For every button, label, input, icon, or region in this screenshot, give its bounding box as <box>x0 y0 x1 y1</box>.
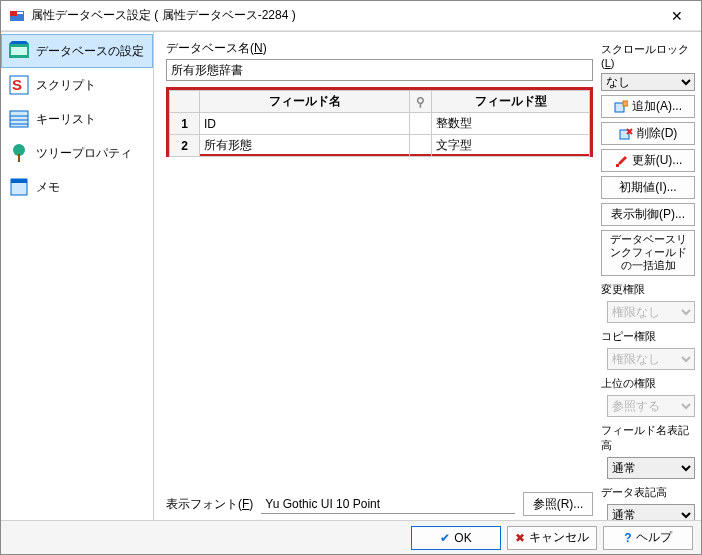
db-name-label: データベース名(N) <box>166 40 593 57</box>
header-rownum <box>170 91 200 113</box>
row-num: 2 <box>170 135 200 157</box>
copy-permission-select: 権限なし <box>607 348 695 370</box>
svg-marker-4 <box>9 41 29 44</box>
upper-permission-select: 参照する <box>607 395 695 417</box>
titlebar: 属性データベース設定 ( 属性データベース-2284 ) ✕ <box>1 1 701 31</box>
cancel-icon: ✖ <box>515 531 525 545</box>
delete-button[interactable]: 削除(D) <box>601 122 695 145</box>
memo-icon <box>8 176 30 198</box>
change-permission-select: 権限なし <box>607 301 695 323</box>
db-name-input[interactable] <box>166 59 593 81</box>
ok-button[interactable]: ✔ OK <box>411 526 501 550</box>
close-button[interactable]: ✕ <box>657 2 697 30</box>
update-button[interactable]: 更新(U)... <box>601 149 695 172</box>
svg-rect-5 <box>11 47 27 55</box>
table-row[interactable]: 1 ID 整数型 <box>170 113 590 135</box>
sidebar-item-label: メモ <box>36 179 60 196</box>
svg-text:S: S <box>12 76 22 93</box>
svg-rect-2 <box>10 11 17 16</box>
svg-rect-15 <box>11 179 27 183</box>
keylist-icon <box>8 108 30 130</box>
sidebar-item-script[interactable]: S スクリプト <box>1 68 153 102</box>
field-header-height-label: フィールド名表記高 <box>601 423 695 453</box>
db-settings-icon <box>8 40 30 62</box>
sidebar-item-tree-property[interactable]: ツリープロパティ <box>1 136 153 170</box>
browse-font-button[interactable]: 参照(R)... <box>523 492 593 516</box>
table-row[interactable]: 2 所有形態 文字型 <box>170 135 590 157</box>
sidebar-item-memo[interactable]: メモ <box>1 170 153 204</box>
right-panel: スクロールロック(L) なし 追加(A)... 削除(D) 更新(U)... 初… <box>601 32 701 520</box>
initial-value-button[interactable]: 初期値(I)... <box>601 176 695 199</box>
upper-permission-label: 上位の権限 <box>601 376 695 391</box>
cell-anchor[interactable] <box>410 135 432 157</box>
sidebar-item-label: スクリプト <box>36 77 96 94</box>
sidebar-item-label: キーリスト <box>36 111 96 128</box>
svg-rect-8 <box>10 111 28 127</box>
cancel-button[interactable]: ✖ キャンセル <box>507 526 597 550</box>
sidebar-item-keylist[interactable]: キーリスト <box>1 102 153 136</box>
scroll-lock-label: スクロールロック(L) <box>601 42 695 69</box>
cell-fieldtype[interactable]: 整数型 <box>432 113 590 135</box>
svg-rect-17 <box>623 101 628 106</box>
help-icon: ? <box>624 531 631 545</box>
cell-fieldname[interactable]: 所有形態 <box>200 135 410 157</box>
sidebar-item-label: データベースの設定 <box>36 43 144 60</box>
dialog-window: 属性データベース設定 ( 属性データベース-2284 ) ✕ データベースの設定… <box>0 0 702 555</box>
window-title: 属性データベース設定 ( 属性データベース-2284 ) <box>31 7 657 24</box>
sidebar-item-db-settings[interactable]: データベースの設定 <box>1 34 153 68</box>
svg-rect-21 <box>616 164 619 167</box>
display-font-label: 表示フォント(F) <box>166 496 253 513</box>
tree-icon <box>8 142 30 164</box>
fields-table: フィールド名 ⚲ フィールド型 1 ID 整数型 2 所有形態 文字 <box>169 90 590 157</box>
sidebar-item-label: ツリープロパティ <box>36 145 132 162</box>
app-icon <box>9 8 25 24</box>
script-icon: S <box>8 74 30 96</box>
display-font-row: 表示フォント(F) Yu Gothic UI 10 Point 参照(R)... <box>166 488 593 516</box>
scroll-lock-select[interactable]: なし <box>601 73 695 91</box>
cell-fieldname[interactable]: ID <box>200 113 410 135</box>
update-icon <box>614 154 628 168</box>
header-fieldtype[interactable]: フィールド型 <box>432 91 590 113</box>
header-anchor-icon[interactable]: ⚲ <box>410 91 432 113</box>
copy-permission-label: コピー権限 <box>601 329 695 344</box>
check-icon: ✔ <box>440 531 450 545</box>
add-button[interactable]: 追加(A)... <box>601 95 695 118</box>
data-row-height-label: データ表記高 <box>601 485 695 500</box>
svg-rect-13 <box>18 154 20 162</box>
main-area: データベースの設定 S スクリプト キーリスト ツリープロパティ <box>1 31 701 520</box>
sidebar: データベースの設定 S スクリプト キーリスト ツリープロパティ <box>1 32 154 520</box>
cell-fieldtype[interactable]: 文字型 <box>432 135 590 157</box>
center-panel: データベース名(N) フィールド名 ⚲ フィールド型 1 ID 整数型 <box>154 32 601 520</box>
cell-anchor[interactable] <box>410 113 432 135</box>
header-fieldname[interactable]: フィールド名 <box>200 91 410 113</box>
button-bar: ✔ OK ✖ キャンセル ? ヘルプ <box>1 520 701 554</box>
fields-table-wrap: フィールド名 ⚲ フィールド型 1 ID 整数型 2 所有形態 文字 <box>166 87 593 157</box>
change-permission-label: 変更権限 <box>601 282 695 297</box>
display-font-value: Yu Gothic UI 10 Point <box>261 494 515 514</box>
display-control-button[interactable]: 表示制御(P)... <box>601 203 695 226</box>
help-button[interactable]: ? ヘルプ <box>603 526 693 550</box>
table-header-row: フィールド名 ⚲ フィールド型 <box>170 91 590 113</box>
field-header-height-select[interactable]: 通常 <box>607 457 695 479</box>
row-num: 1 <box>170 113 200 135</box>
add-icon <box>614 100 628 114</box>
bulk-add-dblink-button[interactable]: データベースリンクフィールドの一括追加 <box>601 230 695 276</box>
delete-icon <box>619 127 633 141</box>
